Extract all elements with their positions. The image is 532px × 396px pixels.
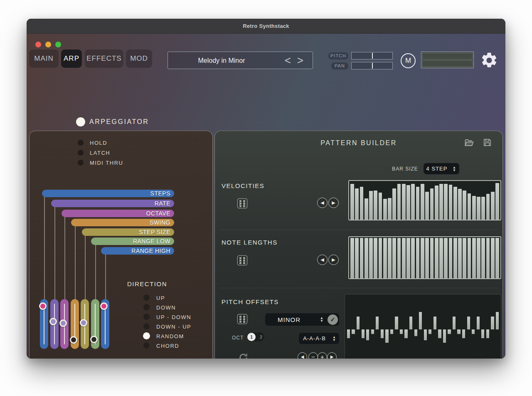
pattern-sequence-select[interactable]: A-A-A-B ▲▼ [299, 333, 339, 344]
step-bar[interactable] [397, 184, 401, 220]
step-bar[interactable] [429, 329, 431, 334]
step-bar[interactable] [397, 238, 401, 278]
step-slot[interactable] [371, 295, 374, 359]
step-bar[interactable] [477, 317, 480, 330]
tab-effects[interactable]: EFFECTS [85, 50, 123, 68]
step-bar[interactable] [486, 238, 490, 278]
param-slider-range-high[interactable] [101, 299, 109, 349]
step-bar[interactable] [472, 196, 476, 220]
slider-knob[interactable] [90, 336, 98, 343]
step-bar[interactable] [472, 329, 475, 334]
direction-chord-radio[interactable] [143, 342, 150, 349]
pitch-decrement-icon[interactable]: − [308, 352, 318, 359]
step-bar[interactable] [411, 184, 415, 220]
pattern-sequence-stepper-icon[interactable]: ▲▼ [332, 336, 336, 342]
arpeggiator-enable-toggle[interactable] [76, 117, 85, 126]
preset-next-icon[interactable]: > [297, 52, 303, 69]
direction-option-label[interactable]: DOWN [156, 304, 176, 311]
step-bar[interactable] [462, 329, 465, 338]
step-bar[interactable] [374, 238, 377, 278]
title-bar[interactable]: Retro Synthstack [27, 19, 505, 34]
slider-knob[interactable] [39, 302, 47, 310]
step-bar[interactable] [444, 184, 448, 220]
pan-slider[interactable] [351, 62, 393, 69]
step-bar[interactable] [406, 238, 410, 278]
step-bar[interactable] [458, 238, 462, 278]
step-bar[interactable] [390, 329, 393, 334]
step-bar[interactable] [366, 329, 369, 340]
step-bar[interactable] [350, 238, 354, 278]
pitch-slider-handle[interactable] [372, 53, 373, 59]
step-slot[interactable] [443, 295, 446, 359]
step-bar[interactable] [425, 238, 429, 278]
step-bar[interactable] [379, 238, 382, 278]
step-slot[interactable] [419, 295, 422, 359]
step-bar[interactable] [347, 329, 350, 338]
param-bar-step-size[interactable]: STEP SIZE [82, 228, 174, 236]
step-bar[interactable] [381, 329, 384, 338]
step-bar[interactable] [491, 317, 494, 330]
step-bar[interactable] [430, 188, 434, 220]
slider-knob[interactable] [49, 318, 57, 325]
settings-gear-icon[interactable] [480, 51, 498, 69]
note-lengths-randomize-dice-icon[interactable] [237, 255, 248, 266]
step-bar[interactable] [421, 238, 424, 278]
step-bar[interactable] [477, 197, 480, 220]
step-bar[interactable] [463, 191, 466, 220]
step-bar[interactable] [385, 329, 388, 343]
velocities-step-chart[interactable] [348, 180, 501, 220]
octave-toggle-knob[interactable]: 1 [247, 333, 256, 341]
step-bar[interactable] [477, 238, 480, 278]
step-bar[interactable] [388, 238, 392, 278]
step-bar[interactable] [481, 238, 485, 278]
step-bar[interactable] [406, 185, 410, 220]
step-bar[interactable] [430, 238, 434, 278]
toggle-midi-thru[interactable] [77, 159, 84, 166]
direction-option-label[interactable]: DOWN - UP [156, 324, 191, 330]
step-bar[interactable] [411, 238, 415, 278]
param-bar-range-high[interactable]: RANGE HIGH [101, 247, 174, 255]
step-bar[interactable] [416, 238, 420, 278]
step-bar[interactable] [424, 329, 427, 340]
step-slot[interactable] [490, 295, 494, 359]
step-bar[interactable] [392, 188, 396, 220]
step-bar[interactable] [486, 194, 490, 220]
velocities-shift-left-icon[interactable]: ◀ [317, 198, 328, 208]
step-bar[interactable] [444, 238, 448, 278]
param-bar-steps[interactable]: STEPS [42, 190, 174, 197]
step-slot[interactable] [433, 295, 437, 359]
toggle-hold[interactable] [77, 139, 84, 146]
step-bar[interactable] [400, 329, 403, 334]
step-slot[interactable] [495, 295, 499, 359]
step-bar[interactable] [468, 193, 471, 220]
step-bar[interactable] [457, 329, 460, 334]
step-bar[interactable] [443, 329, 446, 343]
step-bar[interactable] [371, 329, 374, 334]
step-slot[interactable] [347, 295, 350, 359]
direction-up-down-radio[interactable] [143, 313, 150, 320]
pitch-offsets-randomize-dice-icon[interactable] [237, 314, 248, 324]
step-slot[interactable] [424, 295, 427, 359]
step-slot[interactable] [399, 295, 403, 359]
step-bar[interactable] [449, 238, 453, 278]
step-bar[interactable] [365, 198, 368, 220]
step-bar[interactable] [355, 238, 359, 278]
step-slot[interactable] [481, 295, 485, 359]
tab-mod[interactable]: MOD [126, 50, 152, 68]
step-slot[interactable] [447, 295, 451, 359]
step-bar[interactable] [472, 238, 476, 278]
step-bar[interactable] [395, 317, 398, 330]
step-bar[interactable] [365, 238, 368, 278]
step-bar[interactable] [369, 191, 373, 220]
step-bar[interactable] [448, 329, 451, 334]
step-bar[interactable] [369, 238, 373, 278]
step-bar[interactable] [495, 238, 499, 278]
step-bar[interactable] [383, 238, 387, 278]
minimize-window-icon[interactable] [45, 42, 51, 47]
save-pattern-floppy-icon[interactable] [483, 138, 492, 149]
step-slot[interactable] [438, 295, 441, 359]
step-bar[interactable] [376, 317, 379, 330]
step-slot[interactable] [462, 295, 466, 359]
step-slot[interactable] [467, 295, 470, 359]
step-bar[interactable] [439, 238, 443, 278]
